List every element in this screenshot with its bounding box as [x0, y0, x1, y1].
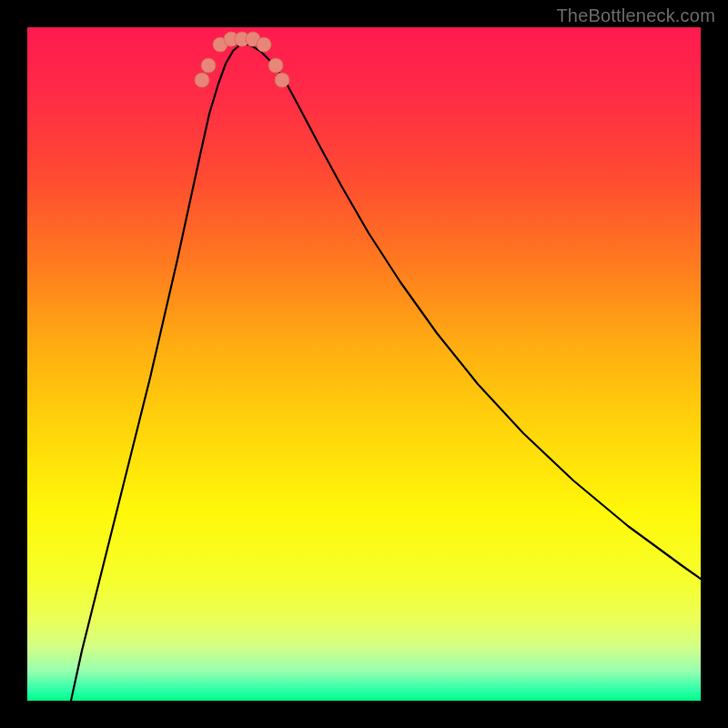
sweet-spot-marker [195, 73, 209, 87]
chart-frame: TheBottleneck.com [0, 0, 728, 728]
sweet-spot-marker [201, 58, 216, 73]
sweet-spot-marker [275, 73, 289, 87]
sweet-spot-marker [257, 37, 271, 52]
watermark-text: TheBottleneck.com [556, 5, 715, 26]
plot-area [27, 27, 701, 701]
bottleneck-curve [27, 27, 701, 701]
sweet-spot-marker [268, 58, 283, 73]
